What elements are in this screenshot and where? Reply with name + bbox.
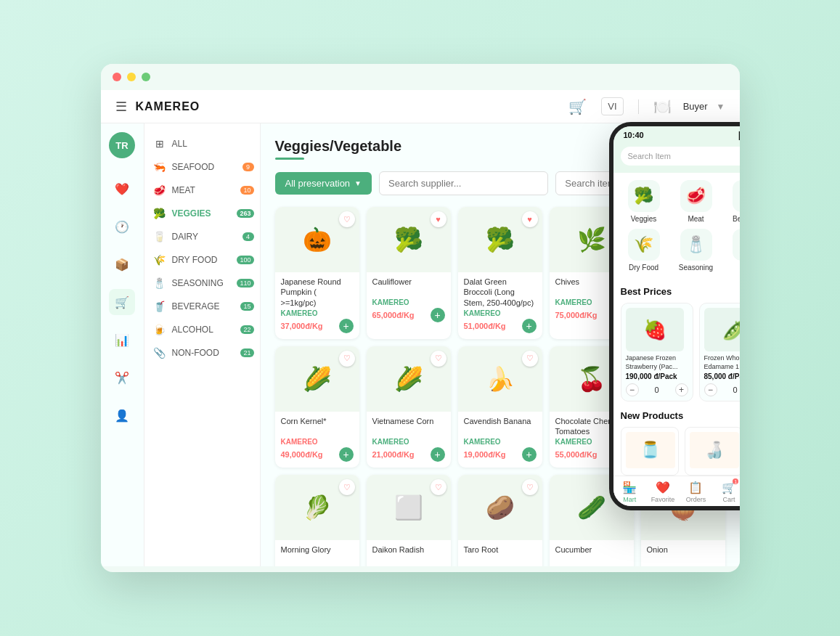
language-selector[interactable]: VI xyxy=(601,97,623,115)
nav-item-dairy[interactable]: 🥛 DAIRY 4 xyxy=(144,225,260,248)
product-name: Corn Kernel* xyxy=(281,416,354,436)
nav-item-seasoning[interactable]: 🧂 SEASONING 110 xyxy=(144,272,260,295)
product-name: Morning Glory xyxy=(281,545,354,565)
add-to-cart-button[interactable]: + xyxy=(522,319,537,333)
close-dot[interactable] xyxy=(113,73,121,81)
product-info: Japanese Round Pumpkin ( >=1kg/pc) KAMER… xyxy=(275,272,359,339)
mobile-cat-more[interactable]: ⊞ More xyxy=(725,229,740,272)
meat-cat-label: Meat xyxy=(688,215,704,223)
nav-label-all: ALL xyxy=(172,139,187,149)
seasoning-cat-label: Seasoning xyxy=(679,264,713,272)
meat-badge: 10 xyxy=(240,186,253,195)
filter-label: All preservation xyxy=(285,178,351,189)
mobile-nav-mart[interactable]: 🏪 Mart xyxy=(613,481,647,503)
new-product-2[interactable]: 🍶 xyxy=(685,427,740,476)
strawberry-minus[interactable]: − xyxy=(626,383,639,396)
dry-food-badge: 100 xyxy=(237,256,253,264)
add-to-cart-button[interactable]: + xyxy=(522,447,537,462)
wishlist-button[interactable]: ♡ xyxy=(431,479,446,495)
mobile-category-grid: 🥦 Veggies 🥩 Meat 🧃 Beverage 🌾 Dry Food 🧂 xyxy=(621,180,740,272)
veggies-icon: 🥦 xyxy=(153,208,166,219)
sidebar-item-analytics[interactable]: 📊 xyxy=(109,327,135,353)
product-price-row: 19,000đ/Kg + xyxy=(464,447,537,462)
mobile-cat-meat[interactable]: 🥩 Meat xyxy=(673,180,719,223)
mobile-search-input[interactable]: Search Item 🔍 xyxy=(621,147,740,166)
product-info: Cauliflower KAMEREO 65,000đ/Kg + xyxy=(367,272,451,328)
nav-item-all[interactable]: ⊞ ALL xyxy=(144,132,260,155)
mobile-cat-beverage[interactable]: 🧃 Beverage xyxy=(725,180,740,223)
nav-item-non-food[interactable]: 📎 NON-FOOD 21 xyxy=(144,341,260,364)
maximize-dot[interactable] xyxy=(142,73,150,81)
mobile-nav-favorite[interactable]: ❤️ Favorite xyxy=(646,481,680,503)
product-name: Cavendish Banana xyxy=(464,416,537,436)
hamburger-icon[interactable]: ☰ xyxy=(115,99,127,115)
product-name: Taro Root xyxy=(464,545,537,565)
strawberry-plus[interactable]: + xyxy=(675,383,688,396)
nav-label-meat: MEAT xyxy=(172,185,195,195)
wishlist-button[interactable]: ♡ xyxy=(339,351,355,367)
mobile-status-bar: 10:40 ▌▌ ⬡ 🔋 xyxy=(613,126,740,142)
new-products-header: New Products See All xyxy=(613,410,740,421)
nav-item-veggies[interactable]: 🥦 VEGGIES 263 xyxy=(144,202,260,225)
strawberry-qty: 0 xyxy=(654,386,658,394)
nav-item-seafood[interactable]: 🦐 SEAFOOD 9 xyxy=(144,155,260,179)
wishlist-button[interactable]: ♥ xyxy=(431,211,446,227)
product-info: Daikon Radish KAMEREO 22,000đ/Kg + xyxy=(367,540,451,566)
status-icons: ▌▌ ⬡ 🔋 xyxy=(739,131,740,139)
product-info: Dalat Green Broccoli (Long Stem, 250-400… xyxy=(458,272,542,339)
wishlist-button[interactable]: ♡ xyxy=(339,211,355,227)
wishlist-button[interactable]: ♡ xyxy=(339,479,355,495)
user-menu-chevron[interactable]: ▼ xyxy=(717,102,725,112)
nav-item-alcohol[interactable]: 🍺 ALCOHOL 22 xyxy=(144,318,260,341)
search-supplier-input[interactable] xyxy=(379,171,548,195)
nav-item-meat[interactable]: 🥩 MEAT 10 xyxy=(144,179,260,202)
sidebar-item-history[interactable]: 🕐 xyxy=(109,213,135,240)
mobile-nav-cart[interactable]: 🛒 1 Cart xyxy=(712,481,739,503)
cart-icon[interactable]: 🛒 xyxy=(568,98,587,115)
dry-food-cat-label: Dry Food xyxy=(629,264,658,272)
veggies-cat-icon: 🥦 xyxy=(628,180,660,212)
new-product-1[interactable]: 🫙 xyxy=(621,427,679,476)
product-info: Cavendish Banana KAMEREO 19,000đ/Kg + xyxy=(458,412,542,468)
strawberry-price: 190,000 đ/Pack xyxy=(626,372,688,380)
mobile-cat-dry-food[interactable]: 🌾 Dry Food xyxy=(621,229,667,272)
mobile-cat-seasoning[interactable]: 🧂 Seasoning xyxy=(673,229,719,272)
mobile-nav-orders[interactable]: 📋 Orders xyxy=(680,481,713,503)
product-price: 51,000đ/Kg xyxy=(464,322,506,330)
product-info: Morning Glory KAMEREO 18,000đ/Kg + xyxy=(275,540,359,566)
cart-dot-badge: 1 xyxy=(733,478,738,484)
sidebar-item-cart[interactable]: 🛒 xyxy=(109,289,135,315)
product-card: ⬜ ♡ Daikon Radish KAMEREO 22,000đ/Kg + xyxy=(367,475,451,566)
meat-icon: 🥩 xyxy=(153,184,166,196)
non-food-icon: 📎 xyxy=(153,347,166,359)
seafood-badge: 9 xyxy=(242,163,254,171)
user-role: Buyer xyxy=(683,101,708,112)
wishlist-button[interactable]: ♡ xyxy=(431,351,446,367)
mobile-search-bar: Search Item 🔍 xyxy=(613,142,740,173)
sidebar-item-scissors[interactable]: ✂️ xyxy=(109,364,135,391)
preservation-filter[interactable]: All preservation ▼ xyxy=(275,172,372,195)
nav-item-beverage[interactable]: 🥤 BEVERAGE 15 xyxy=(144,295,260,318)
more-cat-icon: ⊞ xyxy=(733,229,740,261)
add-to-cart-button[interactable]: + xyxy=(339,319,354,333)
nav-item-dry-food[interactable]: 🌾 DRY FOOD 100 xyxy=(144,248,260,272)
wishlist-button[interactable]: ♡ xyxy=(522,351,538,367)
sidebar-item-account[interactable]: 👤 xyxy=(109,402,135,428)
mobile-cat-veggies[interactable]: 🥦 Veggies xyxy=(621,180,667,223)
add-to-cart-button[interactable]: + xyxy=(431,447,445,462)
sidebar-item-favorites[interactable]: ❤️ xyxy=(109,176,135,202)
wishlist-button[interactable]: ♡ xyxy=(522,479,538,495)
mobile-bottom-nav: 🏪 Mart ❤️ Favorite 📋 Orders 🛒 1 Cart 👤 xyxy=(613,476,740,506)
product-price-row: 21,000đ/Kg + xyxy=(372,447,445,462)
add-to-cart-button[interactable]: + xyxy=(431,308,445,322)
product-card: 🌽 ♡ Vietnamese Corn KAMEREO 21,000đ/Kg + xyxy=(367,346,451,468)
favorite-nav-icon: ❤️ xyxy=(656,481,670,494)
wishlist-button[interactable]: ♥ xyxy=(522,211,538,227)
orders-nav-label: Orders xyxy=(686,496,706,503)
add-to-cart-button[interactable]: + xyxy=(339,447,354,462)
edamame-minus[interactable]: − xyxy=(704,383,717,396)
product-name: Dalat Green Broccoli (Long Stem, 250-400… xyxy=(464,277,537,308)
sidebar-item-inventory[interactable]: 📦 xyxy=(109,251,135,277)
nav-label-beverage: BEVERAGE xyxy=(172,301,220,311)
minimize-dot[interactable] xyxy=(127,73,136,81)
